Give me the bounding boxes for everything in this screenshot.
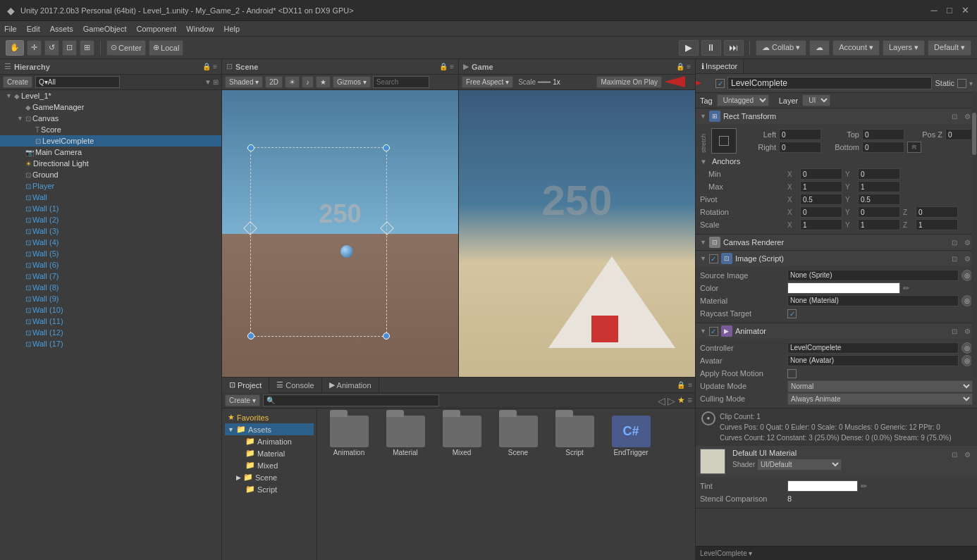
layer-dropdown[interactable]: UI <box>802 94 830 106</box>
asset-endtrigger[interactable]: C# EndTrigger <box>606 416 656 456</box>
collab-button[interactable]: ☁ Collab ▾ <box>756 40 806 56</box>
asset-material[interactable]: Material <box>381 416 430 456</box>
scale-x[interactable] <box>800 219 842 230</box>
project-star-icon[interactable]: ★ <box>677 395 685 406</box>
mat-copy-icon[interactable]: ⊡ <box>949 449 960 460</box>
step-button[interactable]: ⏭ <box>724 40 744 56</box>
hierarchy-item-gamemanager[interactable]: ◆ GameManager <box>0 101 221 113</box>
animator-header[interactable]: ▼ ▶ Animator ⊡ ⚙ <box>696 323 977 339</box>
raycast-checkbox[interactable] <box>787 309 797 318</box>
assets-tree-root[interactable]: ▼ 📁 Assets <box>225 423 314 435</box>
tab-inspector[interactable]: ℹ Inspector <box>696 59 744 73</box>
maximize-button[interactable]: □ <box>945 6 954 15</box>
is-settings-icon[interactable]: ⚙ <box>961 253 973 264</box>
rt-r-button[interactable]: R <box>907 142 921 153</box>
tint-picker-icon[interactable]: ✏ <box>861 482 867 491</box>
hierarchy-item-wall-0[interactable]: ⊡ Wall <box>0 192 221 203</box>
anchor-max-y[interactable] <box>858 181 900 192</box>
asset-scene[interactable]: Scene <box>493 416 543 456</box>
is-copy-icon[interactable]: ⊡ <box>949 253 960 264</box>
default-material-header[interactable]: Default UI Material Shader UI/Default ⊡ … <box>696 446 977 477</box>
account-button[interactable]: Account ▾ <box>832 40 880 56</box>
pause-button[interactable]: ⏸ <box>701 40 721 56</box>
effects-button[interactable]: ★ <box>316 76 331 88</box>
project-options-icon[interactable]: ≡ <box>687 395 692 406</box>
project-forward-icon[interactable]: ▷ <box>668 395 675 406</box>
hierarchy-item-wall-11[interactable]: ⊡ Wall (11) <box>0 316 221 327</box>
hierarchy-menu-icon[interactable]: ≡ <box>213 63 217 70</box>
shade-mode-button[interactable]: Shaded ▾ <box>225 76 263 88</box>
culling-dropdown[interactable]: Always Animate <box>787 393 973 405</box>
hierarchy-item-wall-12[interactable]: ⊡ Wall (12) <box>0 327 221 338</box>
rect-transform-header[interactable]: ▼ ⊞ Rect Transform ⊡ ⚙ <box>696 108 977 124</box>
hierarchy-item-wall-3[interactable]: ⊡ Wall (3) <box>0 225 221 237</box>
static-checkbox[interactable] <box>957 79 966 88</box>
menu-edit[interactable]: Edit <box>27 25 40 33</box>
assets-tree-material[interactable]: 📁 Material <box>225 447 314 459</box>
hierarchy-item-wall-6[interactable]: ⊡ Wall (6) <box>0 259 221 270</box>
tint-swatch[interactable] <box>787 480 858 492</box>
bottom-lock-icon[interactable]: 🔒 <box>677 381 685 389</box>
menu-assets[interactable]: Assets <box>50 25 73 33</box>
hierarchy-item-levelcomplete[interactable]: ⊡ LevelComplete <box>0 135 221 147</box>
asset-script[interactable]: Script <box>550 416 599 456</box>
object-name-input[interactable] <box>727 77 932 89</box>
menu-window[interactable]: Window <box>186 25 214 33</box>
rot-x[interactable] <box>800 206 842 218</box>
gizmos-button[interactable]: Gizmos ▾ <box>333 76 371 88</box>
game-view[interactable]: 250 <box>459 90 695 377</box>
hierarchy-item-wall-10[interactable]: ⊡ Wall (10) <box>0 304 221 316</box>
hierarchy-create-button[interactable]: Create <box>3 76 32 88</box>
pivot-y[interactable] <box>858 194 900 205</box>
tool-move[interactable]: ✛ <box>27 40 42 56</box>
maximize-button[interactable]: Maximize On Play <box>596 76 662 88</box>
hierarchy-item-wall-5[interactable]: ⊡ Wall (5) <box>0 248 221 259</box>
hierarchy-item-player[interactable]: ⊡ Player <box>0 180 221 192</box>
canvas-renderer-header[interactable]: ▼ ⊡ Canvas Renderer ⊡ ⚙ <box>696 235 977 250</box>
hierarchy-item-wall-7[interactable]: ⊡ Wall (7) <box>0 270 221 282</box>
hierarchy-item-wall-2[interactable]: ⊡ Wall (2) <box>0 214 221 225</box>
source-image-picker[interactable]: ◎ <box>961 270 973 281</box>
update-mode-dropdown[interactable]: Normal <box>787 380 973 392</box>
controller-picker[interactable]: ◎ <box>961 342 973 354</box>
scene-search[interactable] <box>373 76 429 88</box>
layout-button[interactable]: Default ▾ <box>928 40 971 56</box>
hierarchy-item-level1[interactable]: ▼ ◆ Level_1* <box>0 90 221 101</box>
hierarchy-item-wall-8[interactable]: ⊡ Wall (8) <box>0 282 221 293</box>
scene-view[interactable]: 250 <box>222 90 458 377</box>
project-search-input[interactable] <box>263 394 439 406</box>
play-button[interactable]: ▶ <box>679 40 699 56</box>
scale-y[interactable] <box>858 219 900 230</box>
anim-settings-icon[interactable]: ⚙ <box>961 325 973 337</box>
static-dropdown-icon[interactable]: ▾ <box>969 80 973 87</box>
hierarchy-item-wall-1[interactable]: ⊡ Wall (1) <box>0 203 221 214</box>
tag-dropdown[interactable]: Untagged <box>717 94 769 106</box>
rt-left-input[interactable] <box>779 129 821 140</box>
asset-mixed[interactable]: Mixed <box>437 416 486 456</box>
hierarchy-item-canvas[interactable]: ▼ ⊡ Canvas <box>0 113 221 124</box>
object-enabled-checkbox[interactable] <box>715 79 725 88</box>
hierarchy-item-wall-9[interactable]: ⊡ Wall (9) <box>0 293 221 304</box>
anchor-min-x[interactable] <box>800 168 842 180</box>
tab-project[interactable]: ⊡ Project <box>222 378 269 393</box>
scale-z[interactable] <box>916 219 958 230</box>
rt-posz-input[interactable] <box>945 129 977 140</box>
tool-rotate[interactable]: ↺ <box>44 40 59 56</box>
scene-menu-icon[interactable]: ≡ <box>450 63 454 70</box>
rot-y[interactable] <box>858 206 900 218</box>
hierarchy-lock-icon[interactable]: 🔒 <box>202 63 211 70</box>
anchor-min-y[interactable] <box>858 168 900 180</box>
rt-top-input[interactable] <box>862 129 904 140</box>
layers-button[interactable]: Layers ▾ <box>883 40 925 56</box>
image-enabled-checkbox[interactable] <box>709 254 718 263</box>
hierarchy-item-wall-4[interactable]: ⊡ Wall (4) <box>0 237 221 248</box>
apply-root-checkbox[interactable] <box>787 369 797 378</box>
animator-enabled-checkbox[interactable] <box>709 327 718 336</box>
minimize-button[interactable]: ─ <box>929 6 939 15</box>
game-lock-icon[interactable]: 🔒 <box>676 63 684 70</box>
hierarchy-expand-icon[interactable]: ⊞ <box>213 78 219 86</box>
rot-z[interactable] <box>916 206 958 218</box>
mat-settings-icon[interactable]: ⚙ <box>961 449 973 460</box>
menu-help[interactable]: Help <box>223 25 240 33</box>
shader-dropdown[interactable]: UI/Default <box>757 459 842 471</box>
